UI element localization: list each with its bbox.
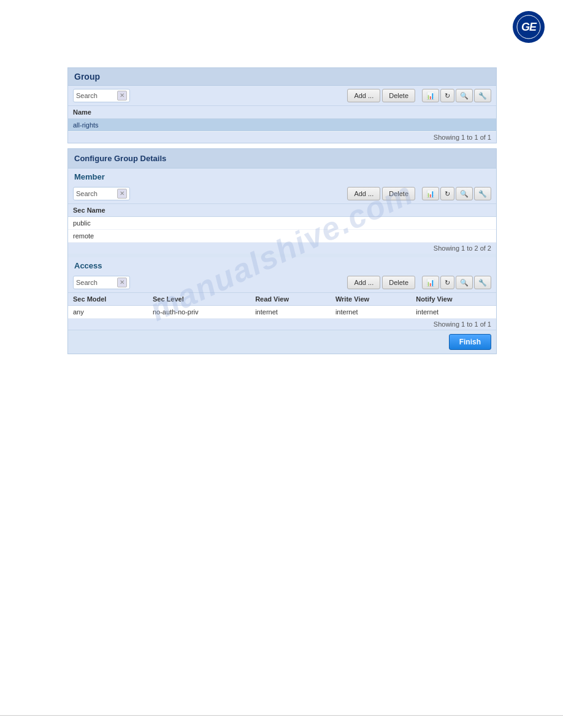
member-delete-button[interactable]: Delete	[382, 187, 415, 200]
group-delete-button[interactable]: Delete	[382, 89, 415, 102]
access-toolbar: ✕ Add ... Delete 📊 ↻ 🔍 🔧	[68, 273, 496, 293]
member-section: Member ✕ Add ... Delete 📊 ↻ 🔍 🔧	[68, 169, 496, 254]
member-add-button[interactable]: Add ...	[347, 187, 380, 200]
access-showing-text: Showing 1 to 1 of 1	[68, 319, 496, 330]
group-panel-title: Group	[74, 72, 100, 82]
config-panel-header: Configure Group Details	[68, 149, 496, 169]
group-refresh-icon-button[interactable]: ↻	[440, 89, 454, 102]
access-search-icon-button[interactable]: 🔍	[456, 276, 473, 289]
group-row-name: all-rights	[68, 119, 496, 132]
access-icon-group: 📊 ↻ 🔍 🔧	[421, 276, 491, 289]
member-showing-text: Showing 1 to 2 of 2	[68, 243, 496, 254]
member-search-icon-button[interactable]: 🔍	[456, 187, 473, 200]
group-panel-header: Group	[68, 68, 496, 86]
access-row-read-view: internet	[250, 306, 331, 319]
member-icon-group: 📊 ↻ 🔍 🔧	[421, 187, 491, 200]
member-refresh-icon-button[interactable]: ↻	[440, 187, 454, 200]
access-table-header-row: Sec Model Sec Level Read View Write View…	[68, 293, 496, 306]
member-row-remote: remote	[68, 230, 496, 243]
group-panel: Group ✕ Add ... Delete 📊 ↻ 🔍 🔧 Name	[67, 67, 497, 143]
group-table: Name all-rights	[68, 106, 496, 132]
group-search-icon-button[interactable]: 🔍	[456, 89, 473, 102]
access-col-read-view: Read View	[250, 293, 331, 306]
svg-text:GE: GE	[521, 21, 537, 33]
ge-logo: GE	[513, 11, 545, 43]
access-delete-button[interactable]: Delete	[382, 276, 415, 289]
group-search-box[interactable]: ✕	[73, 89, 130, 102]
access-refresh-icon-button[interactable]: ↻	[440, 276, 454, 289]
access-table: Sec Model Sec Level Read View Write View…	[68, 293, 496, 319]
member-settings-icon-button[interactable]: 🔧	[474, 187, 491, 200]
access-row-sec-level: no-auth-no-priv	[148, 306, 250, 319]
config-panel: Configure Group Details Member ✕ Add ...…	[67, 148, 497, 354]
member-row-public: public	[68, 217, 496, 230]
table-row[interactable]: remote	[68, 230, 496, 243]
member-search-box[interactable]: ✕	[73, 187, 130, 200]
access-section: Access ✕ Add ... Delete 📊 ↻ 🔍 🔧	[68, 257, 496, 330]
group-table-header-row: Name	[68, 106, 496, 119]
member-table: Sec Name public remote	[68, 204, 496, 243]
member-section-title: Member	[68, 169, 496, 184]
access-add-button[interactable]: Add ...	[347, 276, 380, 289]
ge-logo-svg: GE	[516, 15, 541, 39]
group-search-input[interactable]	[76, 92, 116, 99]
member-table-header-row: Sec Name	[68, 204, 496, 217]
access-search-input[interactable]	[76, 279, 116, 286]
group-settings-icon-button[interactable]: 🔧	[474, 89, 491, 102]
member-search-input[interactable]	[76, 190, 116, 197]
member-chart-icon-button[interactable]: 📊	[422, 187, 439, 200]
access-search-box[interactable]: ✕	[73, 276, 130, 289]
finish-button[interactable]: Finish	[449, 334, 491, 350]
access-col-sec-level: Sec Level	[148, 293, 250, 306]
group-toolbar: ✕ Add ... Delete 📊 ↻ 🔍 🔧	[68, 86, 496, 106]
access-col-notify-view: Notify View	[411, 293, 496, 306]
table-row[interactable]: all-rights	[68, 119, 496, 132]
config-panel-title: Configure Group Details	[74, 154, 490, 163]
access-row-sec-model: any	[68, 306, 148, 319]
access-row-write-view: internet	[331, 306, 411, 319]
group-add-button[interactable]: Add ...	[347, 89, 380, 102]
bottom-line	[0, 715, 563, 716]
access-row-notify-view: internet	[411, 306, 496, 319]
group-icon-group: 📊 ↻ 🔍 🔧	[421, 89, 491, 102]
member-toolbar: ✕ Add ... Delete 📊 ↻ 🔍 🔧	[68, 184, 496, 204]
table-row[interactable]: any no-auth-no-priv internet internet in…	[68, 306, 496, 319]
group-search-clear[interactable]: ✕	[117, 91, 127, 100]
table-row[interactable]: public	[68, 217, 496, 230]
access-col-write-view: Write View	[331, 293, 411, 306]
access-chart-icon-button[interactable]: 📊	[422, 276, 439, 289]
access-col-sec-model: Sec Model	[68, 293, 148, 306]
group-chart-icon-button[interactable]: 📊	[422, 89, 439, 102]
access-settings-icon-button[interactable]: 🔧	[474, 276, 491, 289]
group-col-name: Name	[68, 106, 496, 119]
main-content: Group ✕ Add ... Delete 📊 ↻ 🔍 🔧 Name	[67, 67, 497, 354]
group-showing-text: Showing 1 to 1 of 1	[68, 132, 496, 143]
access-section-title: Access	[68, 257, 496, 273]
finish-row: Finish	[68, 330, 496, 354]
access-search-clear[interactable]: ✕	[117, 278, 127, 287]
member-search-clear[interactable]: ✕	[117, 189, 127, 199]
member-col-sec-name: Sec Name	[68, 204, 496, 217]
